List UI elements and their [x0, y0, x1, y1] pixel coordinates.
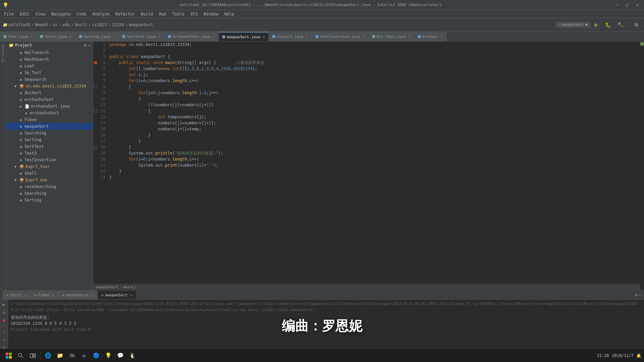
menu-view[interactable]: View	[33, 11, 48, 17]
tab-close[interactable]: ✕	[306, 35, 309, 39]
tree-hashsearch[interactable]: ● HashSearch	[6, 56, 93, 63]
bp-11[interactable]	[93, 102, 98, 108]
bp-20[interactable]	[93, 156, 98, 162]
tab-testinsertion[interactable]: TestInsertion.java ✕	[312, 32, 369, 41]
run-tab-close[interactable]: ✕	[24, 293, 26, 297]
run-panel-close[interactable]: —	[639, 293, 641, 297]
task-view-button[interactable]	[27, 350, 39, 362]
tree-expr7four[interactable]: ▼ 📦 Expr7_four	[6, 163, 93, 170]
menu-refactor[interactable]: Refactor	[113, 11, 138, 17]
wechat-button[interactable]: 💬	[114, 350, 126, 362]
menu-edit[interactable]: Edit	[17, 11, 32, 17]
bp-12[interactable]	[93, 108, 98, 114]
tree-leaf[interactable]: ● Leaf	[6, 63, 93, 69]
tab-close[interactable]: ✕	[113, 35, 115, 39]
breadcrumb-cn[interactable]: cn	[53, 22, 57, 27]
breadcrumb-project-label[interactable]: untitled5	[8, 22, 30, 27]
menu-help[interactable]: Help	[222, 11, 237, 17]
run-tab-close[interactable]: ✕	[130, 293, 132, 297]
tab-test[interactable]: Test.java ✕	[0, 32, 37, 41]
tree-revesearching[interactable]: ● reveSearching	[6, 183, 93, 190]
run-tab-maopaosort[interactable]: ▶ maopaoSort ✕	[98, 291, 137, 299]
tree-searching[interactable]: ● Searching	[6, 130, 93, 136]
close-button[interactable]: ✕	[634, 3, 641, 7]
breadcrumb-besti[interactable]: besti	[75, 22, 87, 27]
edge-button[interactable]: 🌐	[42, 350, 54, 362]
bp-23[interactable]	[93, 174, 98, 180]
tree-erchashutest[interactable]: ● erchashuTest	[6, 96, 93, 103]
run-panel-settings[interactable]: ⚙	[635, 293, 638, 297]
tab-close[interactable]: ✕	[263, 35, 265, 39]
bp-22[interactable]	[93, 168, 98, 174]
menu-tools[interactable]: Tools	[170, 11, 187, 17]
run-config-label[interactable]: maopaoSort	[562, 22, 584, 27]
tab-erchaxu[interactable]: erchaxu ✕	[414, 32, 446, 41]
bp-13[interactable]	[93, 114, 98, 120]
breadcrumb-j2334[interactable]: J2334	[112, 22, 124, 27]
sidebar-settings-icon[interactable]: ⚙	[84, 43, 87, 48]
tree-fibon[interactable]: ● Fibon	[6, 116, 93, 123]
bp-6[interactable]	[93, 72, 98, 78]
minimize-button[interactable]: ─	[612, 3, 620, 7]
bp-8[interactable]	[93, 84, 98, 90]
explorer-button[interactable]: 📁	[54, 350, 66, 362]
run-tab-fibon[interactable]: ▶ Fibon ✕	[31, 291, 58, 299]
bp-2[interactable]	[93, 48, 98, 54]
start-button[interactable]	[3, 350, 15, 362]
tree-halfsearch[interactable]: ● Halfsearch	[6, 49, 93, 56]
tab-erchashutest[interactable]: erchashuTest.java ✕	[164, 32, 219, 41]
tree-sorting2[interactable]: ● Sorting	[6, 197, 93, 203]
menu-build[interactable]: Build	[138, 11, 156, 17]
run-tab-test1[interactable]: ▶ Test1 ✕	[3, 291, 31, 299]
tree-shell[interactable]: ● Shell	[6, 170, 93, 177]
run-tab-close[interactable]: ✕	[91, 293, 94, 297]
settings-button[interactable]: ⚙	[632, 20, 641, 29]
tab-sorttest[interactable]: SortTest.java ✕	[119, 32, 164, 41]
qq-button[interactable]: 🐧	[126, 350, 139, 362]
bp-14[interactable]	[93, 120, 98, 126]
tree-expr7one[interactable]: ▼ 📦 Expr7_one	[6, 177, 93, 183]
tree-test3[interactable]: ● Test3	[6, 150, 93, 157]
breadcrumb-edu[interactable]: edu	[62, 22, 70, 27]
bp-16[interactable]	[93, 132, 98, 138]
tab-bintest[interactable]: Bin_Test.java ✕	[369, 32, 414, 41]
maximize-button[interactable]: □	[623, 3, 631, 7]
sidebar-collapse-icon[interactable]: —	[88, 43, 90, 48]
run-tab-close[interactable]: ✕	[52, 293, 54, 297]
bp-18[interactable]	[93, 144, 98, 150]
breadcrumb-file[interactable]: maopaoSort	[129, 22, 153, 27]
tab-close[interactable]: ✕	[363, 35, 365, 39]
tree-package-j2334[interactable]: ▼ 📦 cn.edu.besti.cs1823.J2334	[6, 83, 93, 89]
tab-maopaosort[interactable]: maopaoSort.java ✕	[219, 32, 269, 41]
mail-button[interactable]: ✉	[78, 350, 90, 362]
bp-9[interactable]	[93, 90, 98, 96]
run-scroll-btn[interactable]: ↓	[1, 328, 7, 335]
tree-sorttest[interactable]: ● SortTest	[6, 143, 93, 150]
menu-run[interactable]: Run	[156, 11, 169, 17]
tree-setest[interactable]: ● Se_Test	[6, 69, 93, 76]
run-tab-hashsearch[interactable]: ▶ HashSearch ✕	[59, 291, 98, 299]
notification-icon[interactable]: 🔔	[636, 353, 641, 358]
build-button[interactable]: 🔨	[615, 20, 626, 29]
bp-10[interactable]	[93, 96, 98, 102]
tab-close[interactable]: ✕	[213, 35, 215, 39]
bp-15[interactable]	[93, 126, 98, 132]
run-play-btn[interactable]: ▶	[1, 301, 7, 308]
chrome-button[interactable]: 🔵	[90, 350, 102, 362]
tree-maopaosort[interactable]: ● maopaoSort	[6, 123, 93, 130]
bp-7[interactable]	[93, 78, 98, 84]
bp-4[interactable]	[93, 60, 98, 66]
breadcrumb-week9[interactable]: Week9	[35, 22, 47, 27]
idea-button[interactable]: 💡	[102, 350, 114, 362]
tree-seqsearch[interactable]: ● Seqsearch	[6, 76, 93, 83]
menu-code[interactable]: Code	[74, 11, 89, 17]
tree-sorting[interactable]: ● Sorting	[6, 136, 93, 143]
tab-close[interactable]: ✕	[408, 35, 411, 39]
bp-17[interactable]	[93, 138, 98, 144]
tree-erchashuSort[interactable]: ● erchashuSort	[6, 110, 93, 116]
bp-5[interactable]	[93, 66, 98, 72]
bp-3[interactable]	[93, 54, 98, 60]
tree-duisort[interactable]: ● duiSort	[6, 89, 93, 96]
bp-1[interactable]	[93, 42, 98, 48]
bp-21[interactable]	[93, 162, 98, 168]
